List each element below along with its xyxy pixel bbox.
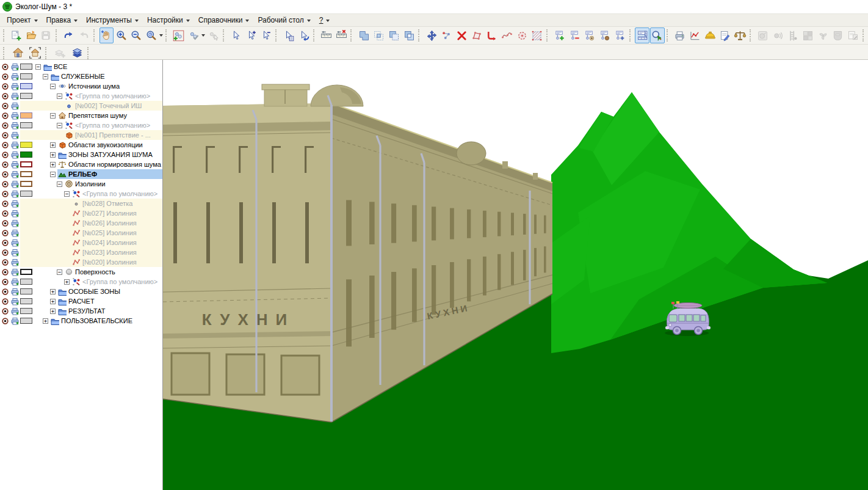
layer-color-swatch[interactable] (20, 288, 32, 294)
measure-delete-button[interactable] (334, 27, 349, 43)
tree-item-label[interactable]: Поверхность (75, 268, 115, 276)
tree-item-label[interactable]: ПОЛЬЗОВАТЕЛЬСКИЕ (61, 317, 132, 324)
layers-button[interactable] (69, 45, 85, 61)
poly-xor-button[interactable] (402, 27, 416, 43)
layer-print-icon[interactable] (10, 298, 20, 305)
visibility-eye-icon[interactable] (0, 229, 10, 237)
layer-color-swatch[interactable] (20, 161, 32, 167)
undo-button[interactable] (62, 27, 76, 43)
visibility-eye-icon[interactable] (0, 122, 10, 130)
visibility-eye-icon[interactable] (0, 249, 10, 257)
tree-expander-plus[interactable]: + (43, 318, 48, 324)
tree-expander-minus[interactable]: − (50, 172, 56, 177)
visibility-eye-icon[interactable] (0, 141, 10, 149)
layer-print-icon[interactable] (10, 210, 20, 218)
layer-color-swatch[interactable] (20, 191, 32, 197)
tree-item-label[interactable]: ВСЕ (54, 63, 67, 70)
layer-color-swatch[interactable] (20, 122, 32, 128)
layer-print-icon[interactable] (10, 268, 20, 276)
measure-button[interactable] (319, 27, 334, 43)
mesh-button[interactable] (530, 27, 544, 43)
layer-print-icon[interactable] (10, 258, 20, 266)
visibility-eye-icon[interactable] (0, 63, 10, 71)
tree-item-label[interactable]: [№020] Изолиния (82, 258, 137, 266)
print-button[interactable] (673, 27, 687, 43)
layer-print-icon[interactable] (10, 82, 20, 90)
visibility-eye-icon[interactable] (0, 219, 10, 227)
tree-item-label[interactable]: РЕЗУЛЬТАТ (68, 307, 105, 315)
visibility-eye-icon[interactable] (0, 268, 10, 276)
tree-expander-minus[interactable]: − (50, 84, 56, 89)
tree-item-label[interactable]: СЛУЖЕБНЫЕ (61, 73, 105, 80)
layer-print-icon[interactable] (10, 92, 20, 100)
zoom-in-button[interactable] (114, 27, 129, 43)
tree-expander-plus[interactable]: + (50, 299, 56, 304)
point-remove-button[interactable] (567, 27, 582, 43)
poly-union-button[interactable] (356, 27, 371, 43)
point-add-button[interactable] (552, 27, 567, 43)
tree-item-label[interactable]: [№023] Изолиния (82, 249, 137, 256)
layer-color-swatch[interactable] (20, 83, 32, 89)
poly-intersect-button[interactable] (372, 27, 386, 43)
curve-button[interactable] (500, 27, 515, 43)
layer-print-icon[interactable] (10, 288, 20, 296)
zoom-object-button[interactable] (650, 27, 665, 43)
polygon-button[interactable] (469, 27, 484, 43)
tree-item-label[interactable]: Изолинии (75, 180, 106, 188)
menu-item-1[interactable]: Правка (42, 15, 82, 25)
scales-button[interactable] (733, 27, 748, 43)
select-button[interactable] (229, 27, 244, 43)
menu-item-help[interactable]: ? (315, 15, 335, 25)
tree-expander-minus[interactable]: − (64, 191, 70, 197)
visibility-eye-icon[interactable] (0, 180, 10, 188)
tree-item-label[interactable]: [№028] Отметка (82, 200, 132, 207)
visibility-eye-icon[interactable] (0, 73, 10, 81)
visibility-eye-icon[interactable] (0, 112, 10, 120)
layer-color-swatch[interactable] (20, 318, 32, 324)
zoom-mode-button[interactable] (145, 27, 164, 43)
tree-item-label[interactable]: [№001] Препятствие - ... (75, 131, 151, 139)
nodes-button[interactable] (439, 27, 454, 43)
visibility-eye-icon[interactable] (0, 92, 10, 100)
visibility-eye-icon[interactable] (0, 317, 10, 325)
layer-print-icon[interactable] (10, 112, 20, 120)
visibility-eye-icon[interactable] (0, 258, 10, 266)
layer-print-icon[interactable] (10, 317, 20, 325)
menu-item-5[interactable]: Рабочий стол (253, 15, 314, 25)
point-view-button[interactable] (582, 27, 597, 43)
visibility-eye-icon[interactable] (0, 102, 10, 110)
select-doc-button[interactable] (281, 27, 296, 43)
tree-item-label[interactable]: Источники шума (68, 82, 120, 90)
viewport-3d-scene[interactable]: КУХНИ КУХНИ (163, 60, 868, 490)
pan-button[interactable] (99, 27, 114, 43)
point-move-button[interactable] (612, 27, 627, 43)
visibility-eye-icon[interactable] (0, 239, 10, 247)
visibility-eye-icon[interactable] (0, 200, 10, 208)
helmet-button[interactable] (703, 27, 717, 43)
layer-color-swatch[interactable] (20, 308, 32, 314)
tree-expander-plus[interactable]: + (50, 142, 56, 148)
tree-item-label[interactable]: РАСЧЕТ (68, 298, 95, 305)
layer-print-icon[interactable] (10, 151, 20, 159)
move-button[interactable] (424, 27, 439, 43)
layer-print-icon[interactable] (10, 229, 20, 237)
select-back-button[interactable] (297, 27, 311, 43)
visibility-eye-icon[interactable] (0, 278, 10, 286)
visibility-eye-icon[interactable] (0, 190, 10, 198)
doc-edit-button[interactable] (718, 27, 732, 43)
tree-expander-minus[interactable]: − (57, 123, 62, 128)
menu-item-0[interactable]: Проект (2, 15, 42, 25)
menu-item-4[interactable]: Справочники (194, 15, 254, 25)
visibility-eye-icon[interactable] (0, 151, 10, 159)
group-check-button[interactable] (187, 27, 206, 43)
layer-color-swatch[interactable] (20, 298, 32, 304)
layer-print-icon[interactable] (10, 131, 20, 139)
menu-item-3[interactable]: Настройки (143, 15, 194, 25)
tree-expander-minus[interactable]: − (50, 113, 56, 119)
layer-color-swatch[interactable] (20, 279, 32, 285)
layer-print-icon[interactable] (10, 249, 20, 257)
layer-color-swatch[interactable] (20, 171, 32, 177)
layer-print-icon[interactable] (10, 278, 20, 286)
layer-color-swatch[interactable] (20, 181, 32, 187)
chart-button[interactable] (688, 27, 703, 43)
